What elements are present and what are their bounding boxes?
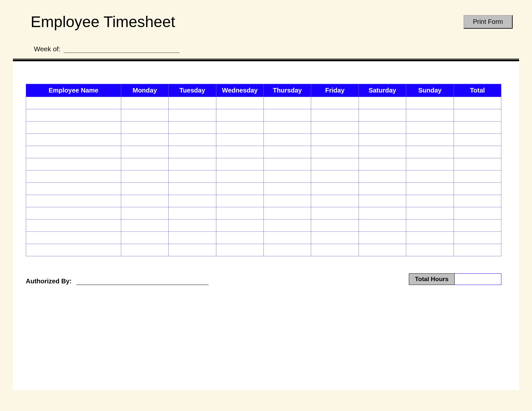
- table-cell[interactable]: [121, 146, 168, 158]
- table-cell[interactable]: [121, 97, 168, 109]
- table-cell[interactable]: [26, 171, 121, 183]
- table-cell[interactable]: [359, 158, 406, 171]
- table-cell[interactable]: [263, 244, 311, 256]
- table-cell[interactable]: [406, 244, 454, 256]
- authorized-by-input[interactable]: [76, 277, 209, 285]
- table-cell[interactable]: [26, 220, 121, 232]
- table-cell[interactable]: [263, 122, 311, 134]
- table-cell[interactable]: [169, 109, 216, 122]
- table-cell[interactable]: [169, 244, 216, 256]
- table-cell[interactable]: [263, 97, 311, 109]
- table-cell[interactable]: [26, 183, 121, 195]
- table-cell[interactable]: [406, 171, 454, 183]
- table-cell[interactable]: [121, 232, 168, 244]
- table-cell[interactable]: [454, 158, 501, 171]
- print-form-button[interactable]: Print Form: [464, 15, 513, 29]
- table-cell[interactable]: [406, 109, 454, 122]
- table-cell[interactable]: [26, 207, 121, 220]
- table-cell[interactable]: [454, 134, 501, 146]
- table-cell[interactable]: [169, 158, 216, 171]
- table-cell[interactable]: [263, 158, 311, 171]
- table-cell[interactable]: [311, 158, 359, 171]
- table-cell[interactable]: [169, 207, 216, 220]
- table-cell[interactable]: [311, 207, 359, 220]
- table-cell[interactable]: [359, 134, 406, 146]
- table-cell[interactable]: [263, 146, 311, 158]
- table-cell[interactable]: [359, 195, 406, 207]
- table-cell[interactable]: [121, 183, 168, 195]
- table-cell[interactable]: [263, 183, 311, 195]
- table-cell[interactable]: [26, 97, 121, 109]
- table-cell[interactable]: [359, 122, 406, 134]
- table-cell[interactable]: [26, 134, 121, 146]
- table-cell[interactable]: [359, 146, 406, 158]
- table-cell[interactable]: [406, 97, 454, 109]
- table-cell[interactable]: [311, 171, 359, 183]
- table-cell[interactable]: [169, 134, 216, 146]
- table-cell[interactable]: [454, 220, 501, 232]
- table-cell[interactable]: [216, 122, 263, 134]
- table-cell[interactable]: [406, 134, 454, 146]
- table-cell[interactable]: [406, 220, 454, 232]
- table-cell[interactable]: [454, 171, 501, 183]
- table-cell[interactable]: [121, 195, 168, 207]
- week-of-input[interactable]: [64, 45, 180, 53]
- table-cell[interactable]: [454, 232, 501, 244]
- table-cell[interactable]: [311, 134, 359, 146]
- table-cell[interactable]: [216, 232, 263, 244]
- table-cell[interactable]: [311, 97, 359, 109]
- table-cell[interactable]: [169, 195, 216, 207]
- table-cell[interactable]: [216, 195, 263, 207]
- table-cell[interactable]: [311, 232, 359, 244]
- table-cell[interactable]: [454, 97, 501, 109]
- table-cell[interactable]: [263, 171, 311, 183]
- table-cell[interactable]: [454, 122, 501, 134]
- table-cell[interactable]: [169, 97, 216, 109]
- table-cell[interactable]: [216, 207, 263, 220]
- table-cell[interactable]: [311, 109, 359, 122]
- table-cell[interactable]: [454, 146, 501, 158]
- table-cell[interactable]: [454, 207, 501, 220]
- table-cell[interactable]: [121, 244, 168, 256]
- table-cell[interactable]: [216, 146, 263, 158]
- table-cell[interactable]: [169, 183, 216, 195]
- table-cell[interactable]: [454, 244, 501, 256]
- table-cell[interactable]: [454, 195, 501, 207]
- table-cell[interactable]: [26, 244, 121, 256]
- table-cell[interactable]: [359, 220, 406, 232]
- table-cell[interactable]: [311, 244, 359, 256]
- table-cell[interactable]: [169, 220, 216, 232]
- table-cell[interactable]: [121, 220, 168, 232]
- table-cell[interactable]: [263, 109, 311, 122]
- table-cell[interactable]: [26, 195, 121, 207]
- table-cell[interactable]: [121, 158, 168, 171]
- table-cell[interactable]: [216, 244, 263, 256]
- table-cell[interactable]: [359, 109, 406, 122]
- table-cell[interactable]: [169, 232, 216, 244]
- table-cell[interactable]: [454, 109, 501, 122]
- table-cell[interactable]: [406, 232, 454, 244]
- table-cell[interactable]: [121, 122, 168, 134]
- table-cell[interactable]: [26, 232, 121, 244]
- table-cell[interactable]: [359, 171, 406, 183]
- table-cell[interactable]: [311, 146, 359, 158]
- table-cell[interactable]: [406, 195, 454, 207]
- table-cell[interactable]: [311, 220, 359, 232]
- table-cell[interactable]: [454, 183, 501, 195]
- table-cell[interactable]: [216, 171, 263, 183]
- table-cell[interactable]: [26, 158, 121, 171]
- table-cell[interactable]: [169, 146, 216, 158]
- table-cell[interactable]: [121, 171, 168, 183]
- table-cell[interactable]: [359, 183, 406, 195]
- table-cell[interactable]: [26, 109, 121, 122]
- table-cell[interactable]: [311, 195, 359, 207]
- total-hours-input[interactable]: [455, 273, 501, 285]
- table-cell[interactable]: [406, 207, 454, 220]
- table-cell[interactable]: [406, 122, 454, 134]
- table-cell[interactable]: [216, 134, 263, 146]
- table-cell[interactable]: [263, 232, 311, 244]
- table-cell[interactable]: [406, 146, 454, 158]
- table-cell[interactable]: [216, 220, 263, 232]
- table-cell[interactable]: [121, 109, 168, 122]
- table-cell[interactable]: [263, 134, 311, 146]
